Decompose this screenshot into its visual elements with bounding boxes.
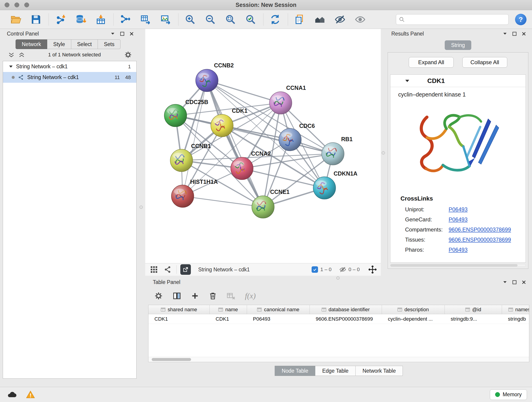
show-hide-panels-button[interactable] — [312, 12, 328, 27]
zoom-out-button[interactable] — [202, 12, 218, 27]
network-options-button[interactable] — [163, 264, 173, 274]
show-columns-button[interactable] — [172, 292, 181, 300]
column-header-shared-name[interactable]: shared name — [148, 305, 210, 314]
expand-all-button[interactable]: Expand All — [409, 57, 454, 68]
maximize-panel-icon[interactable] — [512, 280, 517, 284]
birdseye-view-button[interactable] — [149, 264, 159, 274]
detach-view-button[interactable] — [180, 264, 191, 275]
save-session-button[interactable] — [28, 12, 44, 27]
export-network-button[interactable] — [138, 12, 153, 27]
table-settings-button[interactable] — [154, 292, 163, 300]
new-network-from-selection-button[interactable] — [117, 12, 133, 27]
import-network-from-file-button[interactable] — [52, 12, 69, 27]
network-collection-row[interactable]: String Network – cdk1 1 — [3, 61, 136, 72]
tab-network[interactable]: Network — [16, 39, 47, 49]
disclosure-triangle-icon[interactable] — [405, 79, 409, 83]
network-edge-HIST1H1A-CCNE1[interactable] — [183, 196, 263, 207]
cell-shared-name[interactable]: CDK1 — [148, 314, 210, 324]
gene-section-header[interactable]: CDK1 — [390, 75, 526, 87]
warning-icon[interactable] — [26, 390, 35, 400]
network-node-CDK1[interactable] — [211, 114, 233, 137]
network-node-CCNE1[interactable] — [252, 196, 274, 218]
maximize-panel-icon[interactable] — [120, 32, 124, 36]
network-node-CCNB1[interactable] — [170, 149, 193, 172]
cell-canonical-name[interactable]: P06493 — [247, 314, 310, 324]
network-node-CCNA2[interactable] — [231, 157, 253, 180]
cloud-icon[interactable] — [7, 390, 17, 400]
crosslink-link[interactable]: 9606.ENSP00000378699 — [449, 236, 511, 243]
delete-column-button[interactable] — [209, 292, 217, 300]
crosslink-link[interactable]: P06493 — [449, 206, 468, 213]
zoom-selected-button[interactable] — [243, 12, 259, 27]
column-header-namespace[interactable]: namespace — [502, 305, 529, 314]
network-canvas[interactable]: CCNB2CCNA1CDC25BCDK1CDC6RB1CCNB1CCNA2CDK… — [145, 29, 381, 263]
network-node-HIST1H1A[interactable] — [171, 185, 194, 207]
crosslink-link[interactable]: P06493 — [449, 216, 468, 223]
crosslink-link[interactable]: 9606.ENSP00000378699 — [449, 226, 511, 233]
close-window-button[interactable] — [5, 2, 9, 7]
expand-all-icon[interactable] — [19, 52, 25, 57]
search-input[interactable] — [407, 17, 506, 22]
close-panel-icon[interactable] — [129, 32, 134, 36]
float-panel-icon[interactable] — [503, 32, 507, 35]
crosslink-link[interactable]: P06493 — [449, 247, 468, 253]
maximize-panel-icon[interactable] — [512, 32, 517, 36]
network-edge-CCNB2-CCNA1[interactable] — [207, 80, 281, 103]
tab-sets[interactable]: Sets — [98, 39, 120, 49]
cell-description[interactable]: cyclin–dependent ... — [382, 314, 445, 324]
open-session-button[interactable] — [8, 12, 24, 27]
disclosure-triangle-icon[interactable] — [9, 65, 13, 68]
table-row[interactable]: CDK1 CDK1 P06493 9606.ENSP00000378699 cy… — [148, 314, 529, 324]
show-all-button[interactable] — [352, 12, 368, 27]
cell-name[interactable]: CDK1 — [210, 314, 247, 324]
cell-id[interactable]: stringdb:9... — [445, 314, 502, 324]
network-node-CDC6[interactable] — [279, 128, 301, 151]
help-button[interactable]: ? — [515, 14, 526, 25]
results-scrollbar-thumb[interactable] — [390, 264, 518, 267]
column-header-description[interactable]: description — [382, 305, 445, 314]
column-header-canonical-name[interactable]: canonical name — [247, 305, 310, 314]
zoom-in-button[interactable] — [182, 12, 198, 27]
search-box[interactable] — [396, 14, 509, 25]
network-row[interactable]: String Network – cdk1 11 48 — [3, 72, 136, 83]
hide-selected-button[interactable] — [332, 12, 348, 27]
network-node-RB1[interactable] — [322, 143, 344, 165]
results-scrollbar[interactable] — [390, 264, 526, 267]
import-table-from-file-button[interactable] — [93, 12, 109, 27]
tab-network-table[interactable]: Network Table — [355, 366, 403, 376]
float-panel-icon[interactable] — [503, 281, 507, 284]
collapse-all-icon[interactable] — [8, 52, 14, 57]
tab-edge-table[interactable]: Edge Table — [315, 366, 355, 376]
selected-checkbox-icon[interactable] — [312, 266, 318, 273]
collapse-all-button[interactable]: Collapse All — [462, 57, 507, 68]
network-node-CCNA1[interactable] — [269, 92, 292, 114]
delete-table-button[interactable] — [227, 292, 235, 300]
import-network-from-database-button[interactable] — [73, 12, 89, 27]
tab-select[interactable]: Select — [71, 39, 98, 49]
zoom-window-button[interactable] — [24, 2, 29, 7]
copy-document-button[interactable] — [292, 12, 308, 27]
tab-node-table[interactable]: Node Table — [275, 366, 316, 376]
network-edge-CCNB2-CCNE1[interactable] — [207, 80, 263, 207]
table-scrollbar-thumb[interactable] — [152, 358, 191, 361]
cell-database-identifier[interactable]: 9606.ENSP00000378699 — [310, 314, 382, 324]
network-graph[interactable]: CCNB2CCNA1CDC25BCDK1CDC6RB1CCNB1CCNA2CDK… — [145, 29, 381, 263]
float-panel-icon[interactable] — [110, 32, 115, 35]
column-header-id[interactable]: @id — [445, 305, 502, 314]
fit-selected-button[interactable] — [367, 264, 378, 274]
results-tab-string[interactable]: String — [445, 40, 471, 50]
export-image-button[interactable] — [158, 12, 174, 27]
tab-style[interactable]: Style — [47, 39, 71, 49]
memory-button[interactable]: Memory — [490, 389, 527, 400]
gear-icon[interactable] — [124, 51, 132, 59]
right-splitter-handle[interactable] — [382, 151, 385, 154]
minimize-window-button[interactable] — [14, 2, 19, 7]
table-horizontal-scrollbar[interactable] — [148, 357, 529, 362]
refresh-layout-button[interactable] — [267, 12, 283, 27]
network-node-CCNB2[interactable] — [196, 69, 218, 92]
close-panel-icon[interactable] — [522, 32, 526, 36]
column-header-database-identifier[interactable]: database identifier — [310, 305, 382, 314]
function-builder-button[interactable]: f(x) — [245, 292, 256, 300]
left-splitter-handle[interactable] — [139, 206, 143, 209]
column-header-name[interactable]: name — [210, 305, 247, 314]
